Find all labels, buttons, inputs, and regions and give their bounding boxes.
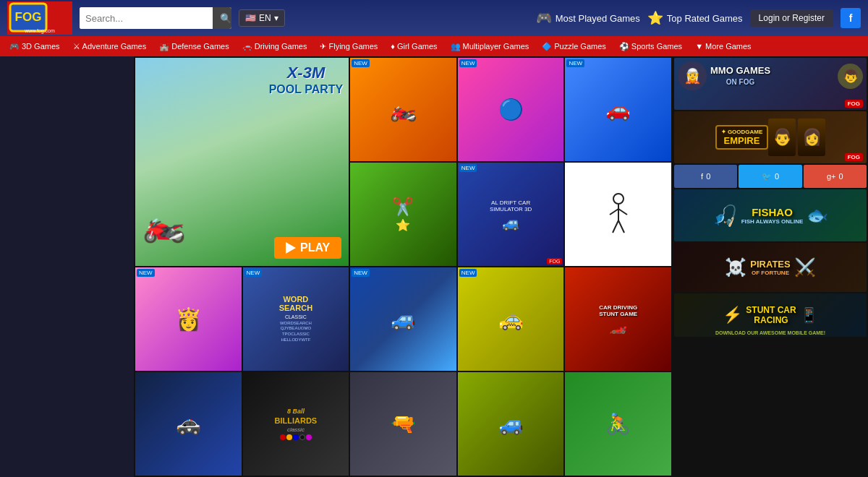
game-princess[interactable]: 👸 NEW [135, 267, 242, 371]
girl-icon: ♦ [391, 42, 395, 51]
svg-line-6 [610, 209, 618, 215]
pirates-banner[interactable]: ☠️ PIRATES OF FORTUNE ⚔️ [674, 243, 867, 292]
game-car-race[interactable]: 🚗 NEW [565, 58, 671, 161]
nav-defense-games[interactable]: 🏰Defense Games [153, 36, 234, 56]
flying-icon: ✈ [320, 42, 326, 51]
game-taxi[interactable]: 🚕 NEW [458, 267, 564, 371]
puzzle-icon: 🔷 [542, 42, 552, 51]
new-badge: NEW [566, 59, 584, 67]
logo-svg: FOG www.fog.com [7, 1, 72, 35]
game-word-search[interactable]: WORDSEARCH CLASSIC WORDSEARCHQJYBEAUOMOT… [243, 267, 349, 371]
nav-girl-games[interactable]: ♦Girl Games [385, 36, 443, 56]
svg-point-4 [613, 194, 624, 204]
game-stickman[interactable] [565, 163, 671, 266]
left-sidebar [0, 56, 134, 477]
flag-label: EN [259, 13, 271, 23]
games-grid: 🏍️ X-3M POOL PARTY PLAY 🏍️ NEW [134, 56, 673, 477]
play-button[interactable]: PLAY [274, 237, 341, 259]
game-drift-car[interactable]: AL DRIFT CARSIMULATOR 3D 🚙 NEW FOG [458, 163, 564, 266]
new-badge: NEW [459, 59, 477, 67]
top-rated-link[interactable]: ⭐ Top Rated Games [647, 10, 743, 26]
header: FOG www.fog.com 🔍 🇺🇸 EN ▾ 🎮 Most Played … [0, 0, 868, 36]
dropdown-arrow-icon: ▾ [274, 13, 278, 23]
top-rated-label: Top Rated Games [667, 13, 743, 24]
game-x3m-pool-party[interactable]: 🏍️ X-3M POOL PARTY PLAY [135, 58, 349, 266]
gamepad-icon: 🎮 [536, 10, 552, 26]
fog-badge-empire: FOG [845, 153, 863, 161]
most-played-link[interactable]: 🎮 Most Played Games [536, 10, 640, 26]
new-badge: NEW [352, 269, 370, 277]
driving-icon: 🚗 [242, 42, 252, 51]
gplus-icon: g+ [827, 172, 836, 181]
3d-icon: 🎮 [9, 42, 20, 51]
sports-icon: ⚽ [619, 42, 629, 51]
svg-line-9 [618, 220, 624, 233]
game-blue-car[interactable]: 🚙 NEW [350, 267, 456, 371]
social-bar: f 0 🐦 0 g+ 0 [674, 165, 867, 188]
defense-icon: 🏰 [159, 42, 169, 51]
nav-sports-games[interactable]: ⚽Sports Games [613, 36, 688, 56]
fog-badge: FOG [845, 100, 863, 108]
tw-count: 0 [775, 172, 779, 181]
adventure-icon: ⚔ [73, 42, 80, 51]
game-cut-rope[interactable]: ✂️ ⭐ [350, 163, 456, 266]
right-sidebar: 🧝 MMO GAMESON FOG 👦 FOG ✦ GOODGAME EMPIR… [673, 56, 868, 477]
game-police-chase[interactable]: 🚓 [135, 372, 242, 476]
main-content: 🏍️ X-3M POOL PARTY PLAY 🏍️ NEW [0, 56, 868, 477]
game-shooter[interactable]: 🔫 [350, 372, 456, 476]
facebook-share-button[interactable]: f 0 [674, 165, 737, 188]
stickman-svg [604, 193, 633, 236]
game-billiards[interactable]: 8 Ball BILLIARDS classic [243, 372, 349, 476]
svg-line-7 [618, 209, 627, 215]
most-played-label: Most Played Games [556, 13, 640, 24]
svg-text:www.fog.com: www.fog.com [24, 28, 55, 34]
nav-puzzle-games[interactable]: 🔷Puzzle Games [536, 36, 612, 56]
search-button[interactable]: 🔍 [213, 7, 231, 29]
new-badge: NEW [459, 269, 477, 277]
multiplayer-icon: 👥 [451, 42, 461, 51]
fb-count: 0 [706, 172, 710, 181]
mmo-banner[interactable]: 🧝 MMO GAMESON FOG 👦 FOG [674, 58, 867, 110]
new-badge: NEW [459, 164, 477, 172]
nav-multiplayer-games[interactable]: 👥Multiplayer Games [445, 36, 535, 56]
game-bmx[interactable]: 🚴 [565, 372, 671, 476]
facebook-icon: f [701, 172, 703, 181]
navigation-bar: 🎮3D Games ⚔Adventure Games 🏰Defense Game… [0, 36, 868, 56]
more-icon: ▼ [695, 42, 703, 51]
twitter-icon: 🐦 [762, 172, 772, 181]
search-bar: 🔍 [80, 7, 231, 29]
empire-banner[interactable]: ✦ GOODGAME EMPIRE 👨 👩 FOG [674, 111, 867, 163]
nav-3d-games[interactable]: 🎮3D Games [4, 36, 66, 56]
game-offroad[interactable]: 🚙 [458, 372, 564, 476]
twitter-share-button[interactable]: 🐦 0 [739, 165, 801, 188]
new-badge: NEW [352, 59, 370, 67]
gplus-count: 0 [839, 172, 843, 181]
stunt-car-banner[interactable]: ⚡ STUNT CARRACING 📱 DOWNLOAD OUR AWESOME… [674, 293, 867, 337]
fog-badge: FOG [547, 258, 562, 265]
flag-icon: 🇺🇸 [245, 13, 256, 23]
game-car-stunt[interactable]: CAR DRIVINGSTUNT GAME 🏎️ [565, 267, 671, 371]
nav-flying-games[interactable]: ✈Flying Games [314, 36, 383, 56]
search-input[interactable] [80, 7, 213, 29]
nav-driving-games[interactable]: 🚗Driving Games [237, 36, 313, 56]
language-selector[interactable]: 🇺🇸 EN ▾ [239, 9, 285, 27]
game-bubble-shooter[interactable]: 🔵 NEW [458, 58, 564, 161]
nav-more-games[interactable]: ▼More Games [689, 36, 757, 56]
new-badge: NEW [244, 269, 263, 277]
play-label: PLAY [300, 241, 330, 254]
login-button[interactable]: Login or Register [750, 9, 833, 27]
svg-text:FOG: FOG [15, 10, 42, 24]
logo[interactable]: FOG www.fog.com [7, 1, 72, 35]
gplus-share-button[interactable]: g+ 0 [804, 165, 867, 188]
star-icon: ⭐ [647, 10, 663, 26]
game-moto-x3m[interactable]: 🏍️ NEW [350, 58, 456, 161]
fishao-banner[interactable]: 🎣 FISHAO FISH ALWAYS ONLINE 🐟 [674, 189, 867, 241]
svg-line-8 [613, 220, 618, 233]
nav-adventure-games[interactable]: ⚔Adventure Games [67, 36, 153, 56]
new-badge: NEW [137, 269, 155, 277]
facebook-icon[interactable]: f [841, 8, 861, 28]
